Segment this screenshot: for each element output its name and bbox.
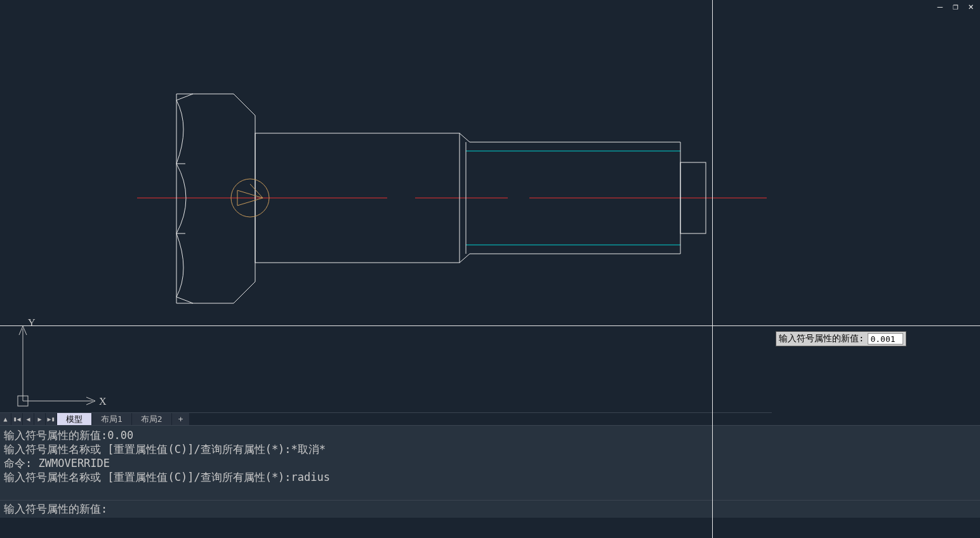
tab-scroll-prev-icon[interactable]: ◀ [23, 413, 34, 425]
tab-layout2[interactable]: 布局2 [132, 413, 172, 425]
tab-scroll-up-icon[interactable]: ▲ [0, 413, 11, 425]
ucs-x-label: X [99, 396, 107, 407]
command-history-line: 命令: ZWMOVERRIDE [4, 456, 976, 470]
svg-line-8 [460, 133, 470, 142]
tab-scroll-last-icon[interactable]: ▶▮ [46, 413, 57, 425]
tab-scroll-next-icon[interactable]: ▶ [34, 413, 46, 425]
ucs-icon: Y X [13, 317, 108, 415]
svg-line-9 [460, 254, 470, 263]
command-line: 输入符号属性的新值: [0, 500, 980, 518]
crosshair-vertical [712, 0, 713, 538]
dynamic-input-tooltip: 输入符号属性的新值: [776, 331, 906, 346]
ucs-y-label: Y [28, 317, 36, 328]
maximize-button[interactable]: ❐ [950, 0, 960, 13]
svg-line-14 [237, 198, 263, 206]
drawing-canvas[interactable] [0, 0, 772, 411]
command-history-line: 输入符号属性名称或 [重置属性值(C)]/查询所有属性(*):radius [4, 470, 976, 484]
command-history-line: 输入符号属性的新值:0.00 [4, 428, 976, 442]
tab-scroll-first-icon[interactable]: ▮◀ [11, 413, 23, 425]
command-history-line: 输入符号属性名称或 [重置属性值(C)]/查询所有属性(*):*取消* [4, 442, 976, 456]
tab-layout1[interactable]: 布局1 [92, 413, 132, 425]
tab-model[interactable]: 模型 [57, 413, 92, 425]
layout-tab-bar: ▲ ▮◀ ◀ ▶ ▶▮ 模型 布局1 布局2 + [0, 412, 772, 425]
command-input[interactable] [109, 503, 976, 516]
command-prompt: 输入符号属性的新值: [4, 502, 107, 516]
command-history[interactable]: 输入符号属性的新值:0.00 输入符号属性名称或 [重置属性值(C)]/查询所有… [0, 425, 980, 500]
window-controls: — ❐ ✕ [935, 0, 976, 13]
close-button[interactable]: ✕ [966, 0, 976, 13]
dynamic-input-label: 输入符号属性的新值: [779, 333, 864, 344]
dynamic-input-field[interactable] [868, 333, 903, 344]
tab-add-button[interactable]: + [172, 413, 190, 425]
minimize-button[interactable]: — [935, 0, 945, 13]
crosshair-horizontal [0, 325, 980, 326]
